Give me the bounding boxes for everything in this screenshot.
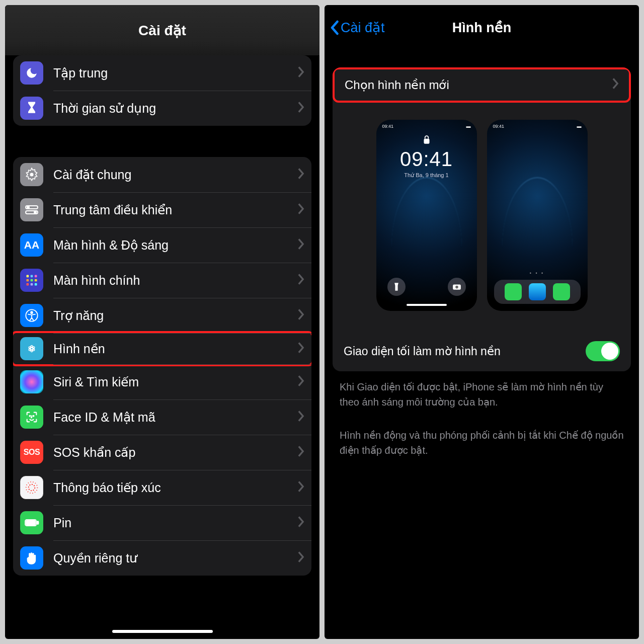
svg-rect-27 <box>424 139 429 144</box>
preview-date: Thứ Ba, 9 tháng 1 <box>376 172 477 179</box>
choose-wallpaper-row[interactable]: Chọn hình nền mới <box>333 67 631 103</box>
row-label: Siri & Tìm kiếm <box>53 375 297 389</box>
row-label: Tập trung <box>53 66 297 80</box>
row-home-screen[interactable]: Màn hình chính <box>13 263 311 298</box>
dock-phone-icon <box>505 283 522 300</box>
preview-dock <box>494 280 581 304</box>
settings-title: Cài đặt <box>138 22 186 39</box>
row-label: Quyền riêng tư <box>53 551 297 566</box>
svg-point-20 <box>30 416 31 417</box>
chevron-icon <box>612 78 619 92</box>
svg-rect-10 <box>35 279 37 282</box>
svg-rect-25 <box>26 521 35 525</box>
settings-group-2: Cài đặt chung Trung tâm điều khiển AA Mà… <box>13 157 311 576</box>
row-label: Màn hình & Độ sáng <box>53 238 297 253</box>
row-accessibility[interactable]: Trợ năng <box>13 298 311 333</box>
row-label: Thông báo tiếp xúc <box>53 480 297 495</box>
gear-icon <box>20 163 43 186</box>
svg-rect-8 <box>27 279 29 282</box>
dark-dim-switch[interactable] <box>586 341 620 361</box>
row-wallpaper[interactable]: Hình nền <box>13 331 311 366</box>
row-control-center[interactable]: Trung tâm điều khiển <box>13 192 311 227</box>
svg-rect-5 <box>27 275 29 278</box>
row-label: Pin <box>53 516 297 530</box>
chevron-icon <box>297 274 304 287</box>
chevron-icon <box>297 516 304 529</box>
row-label: Trung tâm điều khiển <box>53 203 297 217</box>
lock-screen-preview[interactable]: 09:41▬ 09:41 Thứ Ba, 9 tháng 1 <box>376 120 477 311</box>
hand-icon <box>20 546 43 570</box>
chevron-icon <box>297 309 304 322</box>
sos-icon: SOS <box>20 441 43 464</box>
text-size-icon: AA <box>20 233 43 257</box>
footer-note-1: Khi Giao diện tối được bật, iPhone sẽ là… <box>340 379 624 410</box>
battery-icon <box>20 511 43 534</box>
svg-point-15 <box>31 311 33 313</box>
chevron-icon <box>297 66 304 79</box>
row-exposure-notifications[interactable]: Thông báo tiếp xúc <box>13 470 311 505</box>
switches-icon <box>20 198 43 221</box>
svg-rect-11 <box>27 283 29 286</box>
grid-icon <box>20 269 43 292</box>
row-label: Màn hình chính <box>53 273 297 288</box>
preview-home-indicator <box>407 304 447 306</box>
row-battery[interactable]: Pin <box>13 505 311 540</box>
chevron-icon <box>297 238 304 252</box>
row-label: SOS khẩn cấp <box>53 445 297 460</box>
chevron-left-icon <box>331 20 340 35</box>
chevron-icon <box>297 203 304 216</box>
flower-icon <box>20 337 43 360</box>
toggle-label: Giao diện tối làm mờ hình nền <box>344 345 586 358</box>
preview-time: 09:41 <box>376 148 477 171</box>
lock-icon <box>423 135 431 147</box>
svg-rect-9 <box>31 279 33 282</box>
svg-point-29 <box>455 286 458 289</box>
row-label: Hình nền <box>53 342 297 356</box>
svg-point-23 <box>26 482 38 494</box>
chevron-icon <box>297 342 304 355</box>
row-siri[interactable]: Siri & Tìm kiếm <box>13 364 311 399</box>
wallpaper-group: Chọn hình nền mới 09:41▬ 09:41 Thứ Ba, 9… <box>333 67 631 371</box>
row-privacy[interactable]: Quyền riêng tư <box>13 540 311 576</box>
footer-note-2: Hình nền động và thu phóng phối cảnh bị … <box>340 428 624 458</box>
preview-status-bar: 09:41▬ <box>487 124 588 129</box>
phone-left: Cài đặt Tập trung Thời gian sử dụng Cài … <box>5 5 319 639</box>
home-indicator <box>112 630 213 633</box>
row-display-brightness[interactable]: AA Màn hình & Độ sáng <box>13 227 311 263</box>
back-label: Cài đặt <box>341 20 385 36</box>
chevron-icon <box>297 168 304 181</box>
covid-icon <box>20 476 43 499</box>
dark-dim-row[interactable]: Giao diện tối làm mờ hình nền <box>333 331 631 371</box>
hourglass-icon <box>20 97 43 120</box>
row-label: Trợ năng <box>53 308 297 323</box>
row-label: Thời gian sử dụng <box>53 101 297 116</box>
svg-point-4 <box>34 211 36 213</box>
svg-rect-6 <box>31 275 33 278</box>
row-label: Face ID & Mật mã <box>53 410 297 425</box>
choose-label: Chọn hình nền mới <box>345 78 612 92</box>
home-screen-preview[interactable]: 09:41▬ • • • <box>487 120 588 311</box>
camera-icon <box>448 278 466 296</box>
settings-title-bar: Cài đặt <box>5 5 319 55</box>
row-emergency-sos[interactable]: SOS SOS khẩn cấp <box>13 435 311 470</box>
svg-rect-7 <box>35 275 37 278</box>
chevron-icon <box>297 375 304 388</box>
svg-rect-13 <box>35 283 37 286</box>
settings-group-1: Tập trung Thời gian sử dụng <box>13 55 311 126</box>
svg-point-0 <box>30 173 34 177</box>
row-face-id[interactable]: Face ID & Mật mã <box>13 399 311 435</box>
chevron-icon <box>297 102 304 115</box>
chevron-icon <box>297 481 304 494</box>
moon-icon <box>20 61 43 85</box>
preview-status-bar: 09:41▬ <box>376 124 477 129</box>
row-screen-time[interactable]: Thời gian sử dụng <box>13 91 311 126</box>
back-button[interactable]: Cài đặt <box>331 20 385 36</box>
svg-point-22 <box>29 485 35 491</box>
row-focus[interactable]: Tập trung <box>13 55 311 91</box>
page-dots: • • • <box>487 271 588 276</box>
svg-point-21 <box>33 416 34 417</box>
phone-right: Cài đặt Hình nền Chọn hình nền mới 09:41… <box>325 5 639 639</box>
accessibility-icon <box>20 304 43 327</box>
row-general[interactable]: Cài đặt chung <box>13 157 311 192</box>
chevron-icon <box>297 551 304 565</box>
